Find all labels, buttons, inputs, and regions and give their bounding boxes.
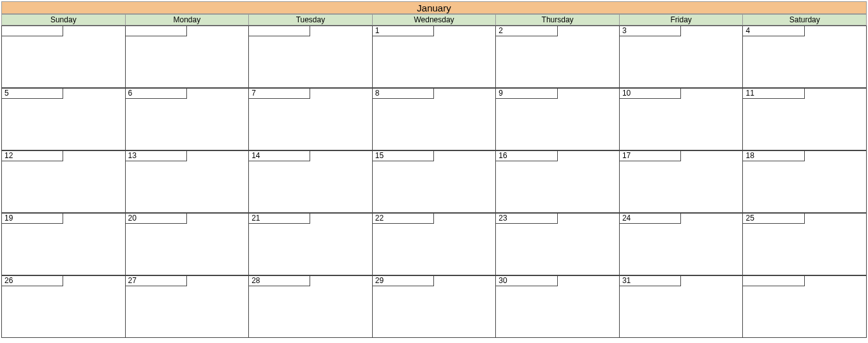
- day-number: 7: [249, 89, 310, 99]
- calendar-cell[interactable]: 6: [126, 88, 250, 150]
- calendar-cell[interactable]: 13: [126, 150, 250, 213]
- day-number: 13: [126, 151, 187, 161]
- calendar-cell[interactable]: 30: [496, 275, 620, 338]
- day-number: [126, 26, 187, 36]
- calendar-cell[interactable]: 14: [249, 150, 373, 213]
- calendar-cell[interactable]: [743, 275, 867, 338]
- day-header-thursday: Thursday: [496, 14, 620, 26]
- day-headers-row: Sunday Monday Tuesday Wednesday Thursday…: [1, 14, 867, 26]
- calendar-cell[interactable]: 22: [373, 213, 497, 275]
- calendar-cell[interactable]: 19: [1, 213, 126, 275]
- day-number: 24: [620, 214, 681, 224]
- calendar-cell[interactable]: 5: [1, 88, 126, 150]
- calendar-cell[interactable]: 3: [620, 26, 744, 88]
- calendar-cell[interactable]: 21: [249, 213, 373, 275]
- day-number: 18: [743, 151, 804, 161]
- calendar-cell[interactable]: 12: [1, 150, 126, 213]
- day-number: 27: [126, 276, 187, 286]
- calendar-cell[interactable]: 28: [249, 275, 373, 338]
- calendar-cell[interactable]: 2: [496, 26, 620, 88]
- day-number: 3: [620, 26, 681, 36]
- day-header-monday: Monday: [126, 14, 250, 26]
- calendar-cell[interactable]: 18: [743, 150, 867, 213]
- calendar-cell[interactable]: 31: [620, 275, 744, 338]
- day-header-sunday: Sunday: [1, 14, 126, 26]
- day-number: 28: [249, 276, 310, 286]
- calendar-cell[interactable]: 25: [743, 213, 867, 275]
- day-number: [249, 26, 310, 36]
- day-number: 29: [373, 276, 434, 286]
- calendar-week: 26 27 28 29 30 31: [1, 275, 867, 338]
- calendar: January Sunday Monday Tuesday Wednesday …: [1, 1, 867, 338]
- month-header: January: [1, 1, 867, 14]
- day-header-wednesday: Wednesday: [373, 14, 497, 26]
- day-number: 11: [743, 89, 804, 99]
- day-number: 14: [249, 151, 310, 161]
- calendar-cell[interactable]: [1, 26, 126, 88]
- day-header-friday: Friday: [620, 14, 744, 26]
- calendar-week: 5 6 7 8 9 10 11: [1, 88, 867, 150]
- day-number: 16: [496, 151, 557, 161]
- day-number: 31: [620, 276, 681, 286]
- calendar-cell[interactable]: 23: [496, 213, 620, 275]
- calendar-week: 12 13 14 15 16 17 18: [1, 150, 867, 213]
- calendar-cell[interactable]: 24: [620, 213, 744, 275]
- day-number: 15: [373, 151, 434, 161]
- day-number: 30: [496, 276, 557, 286]
- day-number: 20: [126, 214, 187, 224]
- calendar-cell[interactable]: [249, 26, 373, 88]
- calendar-cell[interactable]: 11: [743, 88, 867, 150]
- day-number: 17: [620, 151, 681, 161]
- day-number: 12: [2, 151, 63, 161]
- day-number: 10: [620, 89, 681, 99]
- day-number: 19: [2, 214, 63, 224]
- day-number: 4: [743, 26, 804, 36]
- day-number: 2: [496, 26, 557, 36]
- calendar-cell[interactable]: 9: [496, 88, 620, 150]
- day-number: 26: [2, 276, 63, 286]
- calendar-cell[interactable]: 1: [373, 26, 497, 88]
- calendar-cell[interactable]: 8: [373, 88, 497, 150]
- day-number: [743, 276, 804, 286]
- day-number: 1: [373, 26, 434, 36]
- day-header-tuesday: Tuesday: [249, 14, 373, 26]
- calendar-weeks: 1 2 3 4 5 6 7 8 9 10 11 12 13 14 15 16 1…: [1, 26, 867, 338]
- calendar-cell[interactable]: [126, 26, 250, 88]
- day-number: 9: [496, 89, 557, 99]
- calendar-cell[interactable]: 17: [620, 150, 744, 213]
- calendar-cell[interactable]: 29: [373, 275, 497, 338]
- calendar-cell[interactable]: 20: [126, 213, 250, 275]
- day-number: 25: [743, 214, 804, 224]
- calendar-cell[interactable]: 16: [496, 150, 620, 213]
- calendar-week: 1 2 3 4: [1, 26, 867, 88]
- calendar-cell[interactable]: 4: [743, 26, 867, 88]
- calendar-cell[interactable]: 10: [620, 88, 744, 150]
- month-title: January: [417, 3, 451, 13]
- calendar-week: 19 20 21 22 23 24 25: [1, 213, 867, 275]
- calendar-cell[interactable]: 26: [1, 275, 126, 338]
- calendar-cell[interactable]: 7: [249, 88, 373, 150]
- day-number: [2, 26, 63, 36]
- day-number: 6: [126, 89, 187, 99]
- day-header-saturday: Saturday: [743, 14, 867, 26]
- day-number: 21: [249, 214, 310, 224]
- calendar-cell[interactable]: 27: [126, 275, 250, 338]
- day-number: 23: [496, 214, 557, 224]
- day-number: 22: [373, 214, 434, 224]
- day-number: 5: [2, 89, 63, 99]
- calendar-cell[interactable]: 15: [373, 150, 497, 213]
- day-number: 8: [373, 89, 434, 99]
